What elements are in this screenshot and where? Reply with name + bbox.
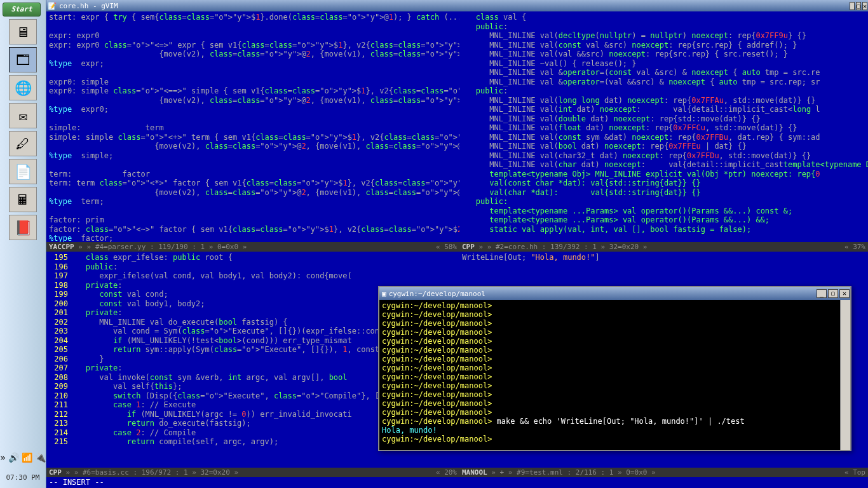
terminal-body[interactable]: cygwin:~/develop/manool> cygwin:~/develo… (379, 300, 850, 450)
system-tray: »🔊📶🔌 (0, 452, 46, 463)
start-button[interactable]: Start (3, 3, 41, 17)
pane-top-left[interactable]: start: expr { try { sem{class=class="o">… (46, 11, 459, 252)
taskbar-clock: 07:30 PM (0, 473, 46, 482)
window-title: core.hh - gVIM (59, 2, 118, 10)
statusbar-tr: CPP » » #2=core.hh : 139/392 : 1 » 32=0x… (459, 242, 868, 252)
statusbar-bl: CPP » » #6=basis.cc : 196/972 : 1 » 32=0… (46, 468, 459, 477)
pane-top-right[interactable]: class val { public: MNL_INLINE val(declt… (459, 11, 868, 252)
taskbar-app-icon[interactable]: 📄 (9, 159, 37, 184)
tray-icon[interactable]: 🔌 (35, 452, 46, 463)
statusbar-tl: YACCPP » » #4=parser.yy : 119/190 : 1 » … (46, 242, 459, 252)
code-text: WriteLine[Out; (462, 253, 531, 262)
taskbar: Start 🖥🗔🌐✉🖊📄🖩📕 »🔊📶🔌 07:30 PM (0, 0, 46, 488)
taskbar-app-icon[interactable]: 🖥 (9, 19, 37, 44)
taskbar-app-icon[interactable]: 🖊 (9, 131, 37, 156)
terminal-titlebar[interactable]: ▣ cygwin:~/develop/manool _ ▢ ✕ (379, 287, 850, 300)
terminal-title: cygwin:~/develop/manool (389, 290, 485, 298)
minimize-button[interactable]: _ (850, 2, 855, 10)
terminal-window[interactable]: ▣ cygwin:~/develop/manool _ ▢ ✕ cygwin:~… (378, 286, 851, 451)
window-titlebar[interactable]: 📝 core.hh - gVIM _▢✕ (46, 0, 868, 11)
minimize-button[interactable]: _ (817, 289, 827, 298)
taskbar-app-icon[interactable]: 🖩 (9, 187, 37, 212)
taskbar-app-icon[interactable]: ✉ (9, 103, 37, 128)
close-button[interactable]: ✕ (862, 2, 867, 10)
taskbar-app-icon[interactable]: 🌐 (9, 75, 37, 100)
statusbar-br: MANOOL » + » #9=test.mnl : 2/116 : 1 » 0… (459, 468, 868, 477)
tray-icon[interactable]: » (0, 452, 5, 463)
maximize-button[interactable]: ▢ (856, 2, 861, 10)
vim-commandline[interactable]: -- INSERT -- (46, 477, 868, 488)
terminal-scrollbar[interactable] (840, 300, 850, 450)
tray-icon[interactable]: 📶 (22, 452, 32, 463)
taskbar-app-icon[interactable]: 🗔 (9, 47, 37, 72)
close-button[interactable]: ✕ (839, 289, 850, 298)
taskbar-app-icon[interactable]: 📕 (9, 215, 37, 240)
maximize-button[interactable]: ▢ (828, 289, 838, 298)
tray-icon[interactable]: 🔊 (8, 452, 19, 463)
terminal-icon: ▣ (382, 290, 386, 298)
app-icon: 📝 (48, 2, 57, 10)
